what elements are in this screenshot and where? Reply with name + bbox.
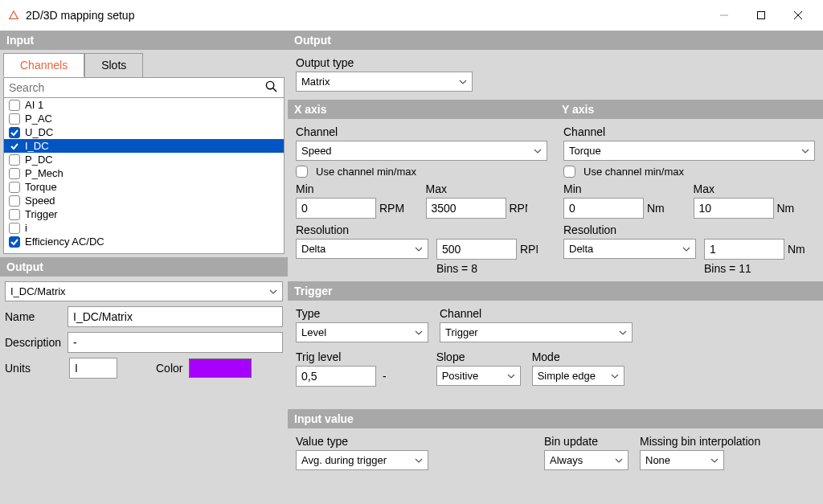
channel-checkbox[interactable] bbox=[9, 236, 20, 248]
chevron-down-icon bbox=[615, 457, 623, 465]
color-label: Color bbox=[156, 362, 182, 375]
x-max-label: Max bbox=[426, 182, 548, 195]
maximize-button[interactable] bbox=[743, 0, 780, 31]
y-use-minmax-checkbox[interactable]: Use channel min/max bbox=[563, 166, 815, 178]
channel-list[interactable]: AI 1P_ACU_DCI_DCP_DCP_MechTorqueSpeedTri… bbox=[3, 98, 285, 254]
y-min-label: Min bbox=[563, 182, 686, 195]
channel-checkbox[interactable] bbox=[9, 113, 20, 125]
trigger-header: Trigger bbox=[288, 281, 823, 301]
output-panel-header: Output bbox=[0, 257, 288, 277]
y-min-field[interactable] bbox=[563, 198, 644, 219]
trigger-type-label: Type bbox=[296, 307, 428, 320]
units-label: Units bbox=[5, 362, 63, 375]
input-value-header: Input value bbox=[288, 409, 823, 428]
y-channel-select[interactable]: Torque bbox=[563, 141, 815, 161]
slope-label: Slope bbox=[436, 350, 521, 363]
x-axis-header: X axis bbox=[288, 100, 555, 119]
units-field[interactable] bbox=[69, 358, 117, 379]
channel-checkbox[interactable] bbox=[9, 182, 20, 193]
chevron-down-icon bbox=[682, 245, 690, 253]
x-min-field[interactable] bbox=[296, 198, 376, 219]
chevron-down-icon bbox=[710, 457, 719, 465]
minimize-button[interactable] bbox=[706, 0, 743, 31]
name-label: Name bbox=[5, 310, 63, 323]
value-type-select[interactable]: Avg. during trigger bbox=[296, 450, 428, 470]
input-section-header: Input bbox=[0, 31, 288, 50]
channel-checkbox[interactable] bbox=[9, 223, 20, 234]
output-type-select[interactable]: Matrix bbox=[296, 72, 473, 92]
channel-checkbox[interactable] bbox=[9, 127, 20, 138]
close-button[interactable] bbox=[780, 0, 817, 31]
channel-label: AI 1 bbox=[25, 99, 43, 111]
channel-checkbox[interactable] bbox=[9, 209, 20, 220]
channel-item[interactable]: i bbox=[4, 221, 284, 235]
y-res-label: Resolution bbox=[563, 223, 696, 236]
channel-item[interactable]: Torque bbox=[4, 180, 284, 194]
x-bins-text: Bins = 8 bbox=[436, 262, 547, 275]
slope-select[interactable]: Positive bbox=[436, 366, 521, 386]
name-field[interactable] bbox=[68, 306, 283, 327]
value-type-label: Value type bbox=[296, 435, 428, 448]
x-res-unit: RPM bbox=[520, 243, 538, 256]
y-min-unit: Nm bbox=[647, 202, 665, 215]
chevron-down-icon bbox=[269, 288, 277, 296]
channel-item[interactable]: U_DC bbox=[4, 125, 284, 139]
color-swatch[interactable] bbox=[189, 359, 252, 378]
tab-channels[interactable]: Channels bbox=[3, 53, 84, 77]
channel-item[interactable]: P_Mech bbox=[4, 166, 284, 180]
channel-label: Speed bbox=[25, 195, 55, 207]
channel-checkbox[interactable] bbox=[9, 100, 20, 111]
tab-slots[interactable]: Slots bbox=[84, 53, 143, 77]
x-use-minmax-checkbox[interactable]: Use channel min/max bbox=[296, 166, 547, 178]
x-max-field[interactable] bbox=[426, 198, 506, 219]
channel-checkbox[interactable] bbox=[9, 154, 20, 166]
channel-item[interactable]: I_DC bbox=[4, 139, 284, 153]
bin-update-label: Bin update bbox=[544, 435, 629, 448]
trigger-channel-select[interactable]: Trigger bbox=[440, 322, 633, 342]
svg-line-5 bbox=[273, 88, 276, 92]
channel-label: U_DC bbox=[25, 126, 53, 138]
channel-label: P_Mech bbox=[25, 167, 63, 179]
y-max-field[interactable] bbox=[694, 198, 774, 219]
y-res-value-field[interactable] bbox=[704, 239, 784, 260]
search-icon[interactable] bbox=[259, 80, 284, 95]
missing-bin-select[interactable]: None bbox=[640, 450, 724, 470]
channel-label: P_DC bbox=[25, 154, 53, 166]
trigger-type-select[interactable]: Level bbox=[296, 322, 428, 342]
x-channel-select[interactable]: Speed bbox=[296, 141, 547, 161]
description-field[interactable] bbox=[68, 332, 283, 353]
channel-item[interactable]: P_DC bbox=[4, 153, 284, 166]
chevron-down-icon bbox=[459, 78, 467, 86]
description-label: Description bbox=[5, 336, 63, 349]
channel-item[interactable]: Trigger bbox=[4, 207, 284, 221]
output-section-header: Output bbox=[288, 31, 823, 50]
y-res-type-select[interactable]: Delta bbox=[563, 239, 696, 259]
bin-update-select[interactable]: Always bbox=[544, 450, 629, 470]
chevron-down-icon bbox=[619, 329, 627, 337]
output-select-value: I_DC/Matrix bbox=[10, 285, 66, 297]
channel-item[interactable]: AI 1 bbox=[4, 98, 284, 112]
chevron-down-icon bbox=[507, 372, 515, 380]
output-select[interactable]: I_DC/Matrix bbox=[5, 281, 283, 301]
search-input[interactable] bbox=[4, 78, 259, 97]
chevron-down-icon bbox=[801, 147, 809, 155]
chevron-down-icon bbox=[415, 457, 423, 465]
y-bins-text: Bins = 11 bbox=[704, 262, 815, 275]
channel-label: Torque bbox=[25, 181, 57, 193]
x-res-label: Resolution bbox=[296, 223, 428, 236]
x-res-type-select[interactable]: Delta bbox=[296, 239, 428, 259]
y-max-unit: Nm bbox=[777, 202, 795, 215]
svg-point-4 bbox=[266, 81, 273, 88]
x-res-value-field[interactable] bbox=[436, 239, 517, 260]
output-type-label: Output type bbox=[296, 56, 815, 69]
channel-item[interactable]: Speed bbox=[4, 194, 284, 207]
channel-item[interactable]: Efficiency AC/DC bbox=[4, 235, 284, 248]
x-channel-label: Channel bbox=[296, 125, 547, 138]
y-channel-label: Channel bbox=[563, 125, 815, 138]
mode-select[interactable]: Simple edge bbox=[532, 366, 624, 386]
channel-checkbox[interactable] bbox=[9, 141, 20, 152]
channel-checkbox[interactable] bbox=[9, 168, 20, 179]
channel-checkbox[interactable] bbox=[9, 195, 20, 207]
channel-item[interactable]: P_AC bbox=[4, 112, 284, 125]
trig-level-field[interactable] bbox=[296, 366, 376, 387]
